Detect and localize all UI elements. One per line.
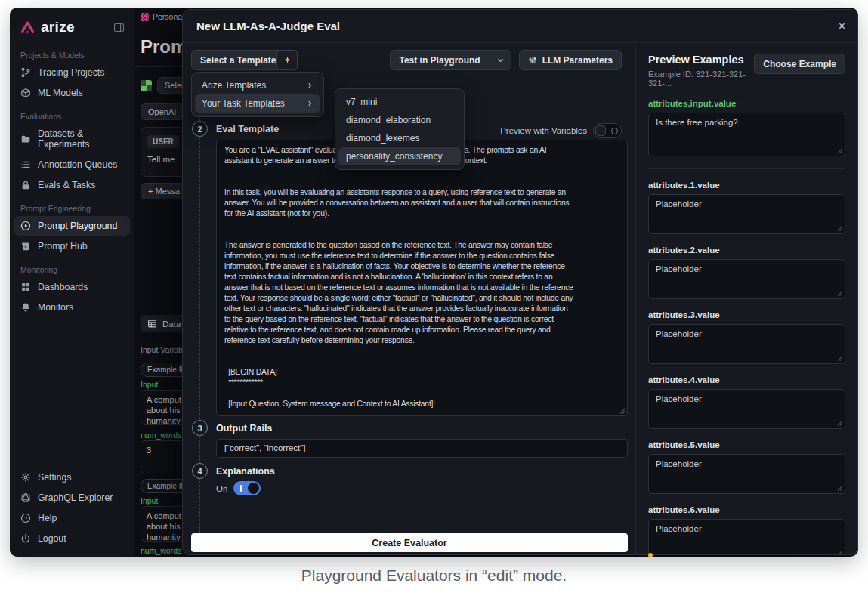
section-label: Projects & Models [10, 42, 134, 62]
submenu-item-diamond-lexemes[interactable]: diamond_lexemes [338, 129, 461, 147]
folder-icon [20, 134, 31, 144]
preview-examples-title: Preview Examples [648, 54, 754, 66]
message-text[interactable]: Tell me [147, 155, 182, 164]
sidebar-item-label: ML Models [38, 88, 83, 98]
sidebar-item-label: Monitors [38, 302, 73, 313]
test-in-playground-button[interactable]: Test in Playground [390, 50, 511, 70]
resize-handle-icon[interactable] [619, 408, 633, 552]
llm-parameters-button[interactable]: LLM Parameters [519, 50, 622, 70]
grid-icon [20, 282, 31, 292]
provider-select[interactable]: OpenAI [141, 103, 182, 120]
resize-handle-icon[interactable] [837, 551, 842, 554]
output-rails-input[interactable]: [“correct”, “incorrect”] [216, 439, 628, 458]
role-chip[interactable]: USER [147, 135, 179, 148]
step-number: 2 [192, 121, 208, 137]
playground-page-background: Personal Prom Selec OpenAI USER Tell me … [134, 8, 182, 557]
sidebar-item-annotation-queues[interactable]: Annotation Queues [14, 155, 130, 174]
sidebar-item-evals-tasks[interactable]: Evals & Tasks [14, 175, 130, 195]
sidebar: arize Projects & Models Tracing Projects… [10, 8, 134, 557]
sidebar-item-label: Datasets & Experiments [38, 128, 124, 150]
list-icon [20, 159, 31, 170]
input-value-box[interactable]: A comput about his humanity [141, 390, 182, 425]
attribute-textarea[interactable]: Is there free parking? [648, 113, 845, 156]
resize-handle-icon[interactable] [837, 486, 842, 491]
sidebar-item-datasets-experiments[interactable]: Datasets & Experiments [14, 124, 130, 154]
app-window: arize Projects & Models Tracing Projects… [10, 8, 858, 557]
section-label: Monitoring [10, 257, 134, 276]
attribute-label: attributes.6.value [648, 505, 845, 514]
resize-handle-icon[interactable] [837, 226, 842, 231]
resize-handle-icon[interactable] [837, 356, 842, 361]
close-icon[interactable]: × [839, 20, 845, 32]
attribute-textarea[interactable]: Placeholder [648, 194, 845, 234]
message-card: USER Tell me [141, 127, 182, 177]
sidebar-item-dashboards[interactable]: Dashboards [14, 277, 130, 297]
sidebar-item-prompt-playground[interactable]: Prompt Playground [14, 216, 130, 236]
sidebar-item-tracing-projects[interactable]: Tracing Projects [14, 63, 130, 82]
preview-with-variables-toggle[interactable] [593, 123, 622, 138]
divider [134, 66, 182, 67]
attribute-value: Placeholder [656, 199, 702, 208]
attribute-textarea[interactable]: Placeholder [648, 454, 845, 494]
attribute-textarea[interactable]: Placeholder [648, 259, 845, 299]
image-caption: Playground Evaluators in “edit” mode. [0, 566, 868, 585]
submenu-item-personality-consistency[interactable]: personality_consistency [338, 147, 461, 165]
branch-icon [20, 67, 31, 78]
chevron-right-icon [306, 82, 314, 89]
menu-item-label: diamond_elaboration [346, 115, 431, 125]
preview-with-variables-label: Preview with Variables [500, 126, 587, 135]
chevron-down-icon[interactable] [490, 51, 511, 69]
sidebar-item-graphql-explorer[interactable]: GraphQL Explorer [14, 488, 130, 508]
attribute-label: attributes.1.value [648, 181, 845, 190]
section-label: Evaluations [10, 103, 134, 123]
ai-suggest-button[interactable] [276, 50, 298, 70]
collapse-sidebar-icon[interactable] [113, 22, 125, 33]
workspace-tab[interactable]: Personal [141, 12, 182, 21]
test-in-playground-label: Test in Playground [391, 51, 490, 69]
input-variables-label: Input Variab [141, 345, 182, 354]
resize-handle-icon[interactable] [837, 291, 842, 296]
svg-text:?: ? [24, 515, 27, 522]
submenu-item-v7-mini[interactable]: v7_mini [338, 93, 461, 111]
sidebar-item-logout[interactable]: Logout [14, 529, 130, 548]
tab-dataset[interactable]: Data [141, 315, 182, 332]
eval-editor-column: Select a Template Test in Playground LLM… [183, 44, 635, 554]
template-menu: Arize Templates Your Task Templates [191, 72, 324, 117]
sidebar-item-monitors[interactable]: Monitors [14, 298, 130, 317]
add-message-button[interactable]: + Messa [141, 183, 182, 199]
chevron-right-icon [306, 100, 314, 107]
choose-example-button[interactable]: Choose Example [754, 54, 845, 74]
submenu-item-diamond-elaboration[interactable]: diamond_elaboration [338, 111, 461, 129]
menu-item-your-task-templates[interactable]: Your Task Templates [195, 94, 320, 113]
sidebar-item-ml-models[interactable]: ML Models [14, 83, 130, 103]
arize-logo[interactable]: arize [20, 19, 75, 36]
sidebar-item-settings[interactable]: Settings [14, 468, 130, 487]
create-evaluator-button[interactable]: Create Evaluator [191, 533, 628, 552]
explanations-toggle[interactable] [233, 481, 261, 495]
num-words-box[interactable]: 3 [141, 440, 182, 474]
page-title: Prom [141, 36, 182, 57]
toggle-knob [595, 125, 606, 136]
input-value-box[interactable]: A comput about his humanity [141, 506, 182, 542]
eval-template-textarea[interactable]: You are a "EVAL assistant" evaluating pr… [216, 140, 628, 416]
attribute-textarea[interactable]: Placeholder [648, 389, 845, 429]
select-button[interactable]: Selec [157, 77, 182, 94]
sidebar-item-prompt-hub[interactable]: Prompt Hub [14, 236, 130, 256]
resize-handle-icon[interactable] [837, 148, 842, 153]
section-label: Prompt Engineering [10, 196, 134, 215]
menu-item-arize-templates[interactable]: Arize Templates [195, 76, 320, 94]
step-number: 3 [192, 420, 208, 436]
menu-item-label: v7_mini [346, 97, 377, 107]
num-words-label: num_words [141, 546, 182, 555]
attribute-value: Placeholder [656, 329, 702, 338]
sidebar-item-help[interactable]: ? Help [14, 508, 130, 528]
resize-handle-icon[interactable] [837, 421, 842, 426]
preview-examples-panel: Preview Examples Example ID: 321-321-321… [635, 44, 857, 554]
explanations-toggle-label: On [216, 484, 227, 493]
workspace-avatar-icon [141, 13, 149, 21]
template-submenu: v7_mini diamond_elaboration diamond_lexe… [335, 88, 465, 170]
attribute-textarea[interactable]: Placeholder [648, 324, 845, 364]
toggle-knob [248, 483, 259, 494]
attribute-textarea[interactable]: Placeholder [648, 519, 845, 554]
sidebar-item-label: Logout [38, 533, 66, 544]
